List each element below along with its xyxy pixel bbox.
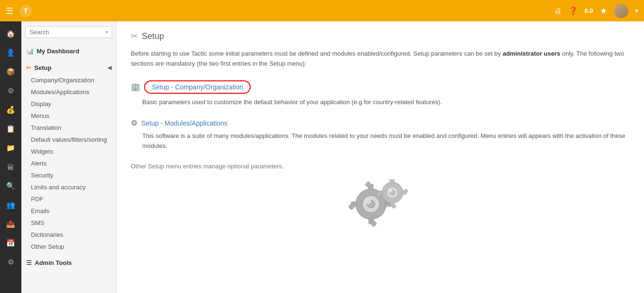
setup-link-modules-header: ⚙ Setup - Modules/Applications: [131, 118, 630, 127]
sidebar-item-pdf[interactable]: PDF: [21, 193, 116, 205]
intro-paragraph: Before starting to use Tactic some initi…: [131, 49, 630, 69]
icon-bar-folder[interactable]: 📁: [2, 139, 20, 156]
avatar-dropdown-icon[interactable]: ▾: [635, 7, 638, 14]
sidebar-admin-header[interactable]: ☰ Admin Tools: [21, 256, 116, 269]
sidebar-item-alerts[interactable]: Alerts: [21, 157, 116, 169]
sidebar-item-default-values[interactable]: Default values/filters/sorting: [21, 134, 116, 146]
company-link-icon: 🏢: [131, 82, 140, 91]
modules-link-desc: This software is a suite of many modules…: [142, 131, 630, 151]
sidebar-item-modules[interactable]: Modules/Applications: [21, 86, 116, 98]
main-layout: 🏠 👤 📦 ⚙ 💰 📋 📁 🏛 🔍 👥 📤 📅 ⚙ ▾ 📊 My Dashboa…: [0, 21, 644, 293]
svg-point-25: [389, 189, 392, 193]
sidebar-section-setup: ✂ Setup ◀ Company/Organization Modules/A…: [21, 59, 116, 254]
icon-bar-upload[interactable]: 📤: [2, 215, 20, 233]
header-right: 🖨 ❓ 6.0 ★ ▾: [554, 4, 638, 18]
setup-section-icon: ✂: [26, 64, 31, 71]
sidebar-item-sms[interactable]: SMS: [21, 217, 116, 229]
sidebar-item-dictionaries[interactable]: Dictionaries: [21, 229, 116, 241]
search-dropdown-icon[interactable]: ▾: [106, 29, 108, 35]
page-title-icon: ✂: [131, 31, 138, 41]
intro-bold: administrator users: [503, 50, 560, 57]
gears-illustration: [131, 179, 630, 232]
company-link-desc: Basic parameters used to customize the d…: [142, 98, 630, 107]
admin-icon: ☰: [26, 259, 32, 266]
sidebar: ▾ 📊 My Dashboard ✂ Setup ◀ Company/Organ…: [21, 21, 117, 293]
icon-bar-box[interactable]: 📦: [2, 63, 20, 80]
modules-link-icon: ⚙: [131, 118, 137, 127]
top-header: ☰ T 🖨 ❓ 6.0 ★ ▾: [0, 0, 644, 21]
app-logo: T: [19, 4, 32, 18]
sidebar-section-admin: ☰ Admin Tools: [21, 254, 116, 271]
setup-link-company: 🏢 Setup - Company/Organization Basic par…: [131, 80, 630, 107]
sidebar-item-company[interactable]: Company/Organization: [21, 74, 116, 86]
sidebar-setup-header[interactable]: ✂ Setup ◀: [21, 61, 116, 74]
print-icon[interactable]: 🖨: [554, 7, 562, 15]
icon-bar-search[interactable]: 🔍: [2, 177, 20, 195]
icon-bar: 🏠 👤 📦 ⚙ 💰 📋 📁 🏛 🔍 👥 📤 📅 ⚙: [0, 21, 21, 293]
svg-text:T: T: [24, 7, 28, 15]
dashboard-label: My Dashboard: [37, 48, 79, 55]
dashboard-icon: 📊: [26, 48, 34, 55]
sidebar-item-emails[interactable]: Emails: [21, 205, 116, 217]
help-icon[interactable]: ❓: [568, 6, 578, 15]
icon-bar-calendar[interactable]: 📅: [2, 234, 20, 252]
sidebar-item-limits[interactable]: Limits and accuracy: [21, 181, 116, 193]
company-link-title[interactable]: Setup - Company/Organization: [144, 80, 251, 94]
page-title: Setup: [142, 31, 164, 41]
icon-bar-money[interactable]: 💰: [2, 101, 20, 118]
search-input[interactable]: [29, 29, 106, 36]
gears-svg: [347, 179, 414, 232]
admin-label: Admin Tools: [35, 259, 72, 266]
setup-collapse-arrow[interactable]: ◀: [107, 65, 111, 71]
icon-bar-bank[interactable]: 🏛: [2, 158, 20, 176]
modules-link-title[interactable]: Setup - Modules/Applications: [141, 119, 227, 127]
sidebar-item-translation[interactable]: Translation: [21, 122, 116, 134]
setup-section-label: Setup: [34, 64, 51, 71]
sidebar-search-area: ▾: [21, 21, 116, 43]
setup-link-modules: ⚙ Setup - Modules/Applications This soft…: [131, 118, 630, 151]
sidebar-item-security[interactable]: Security: [21, 169, 116, 181]
svg-point-13: [365, 198, 371, 204]
icon-bar-home[interactable]: 🏠: [2, 25, 20, 42]
icon-bar-user[interactable]: 👤: [2, 44, 20, 61]
sidebar-item-menus[interactable]: Menus: [21, 110, 116, 122]
main-content: ✂ Setup Before starting to use Tactic so…: [117, 21, 644, 293]
version-badge: 6.0: [585, 7, 593, 14]
other-setup-note: Other Setup menu entries manage optional…: [131, 163, 630, 170]
hamburger-icon[interactable]: ☰: [6, 6, 13, 16]
favorites-icon[interactable]: ★: [600, 6, 607, 16]
setup-link-company-header: 🏢 Setup - Company/Organization: [131, 80, 630, 94]
user-avatar[interactable]: [614, 4, 628, 18]
sidebar-dashboard-header[interactable]: 📊 My Dashboard: [21, 45, 116, 58]
header-left: ☰ T: [6, 4, 32, 18]
icon-bar-gear2[interactable]: ⚙: [2, 254, 20, 271]
icon-bar-list[interactable]: 📋: [2, 120, 20, 137]
sidebar-section-dashboard: 📊 My Dashboard: [21, 43, 116, 59]
sidebar-item-widgets[interactable]: Widgets: [21, 146, 116, 157]
sidebar-item-display[interactable]: Display: [21, 98, 116, 110]
sidebar-item-other-setup[interactable]: Other Setup: [21, 241, 116, 253]
icon-bar-people[interactable]: 👥: [2, 196, 20, 214]
intro-text-before: Before starting to use Tactic some initi…: [131, 50, 501, 57]
icon-bar-settings[interactable]: ⚙: [2, 82, 20, 99]
search-input-wrap[interactable]: ▾: [25, 26, 112, 38]
page-title-area: ✂ Setup: [131, 31, 630, 41]
